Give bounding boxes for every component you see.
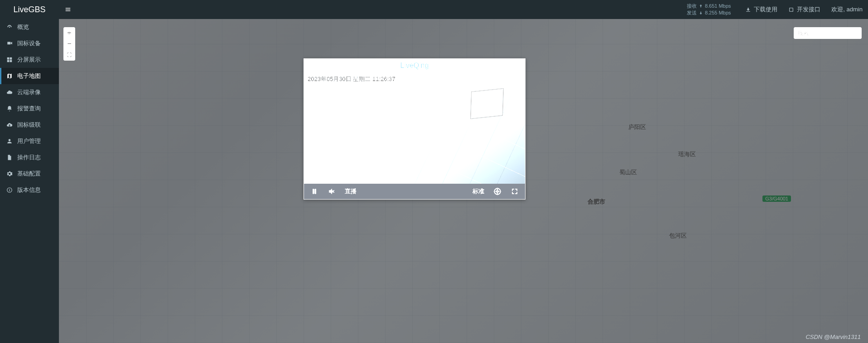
live-label: 直播 xyxy=(345,187,357,195)
video-popup: LiveQing + × 2023年05月30日 星期二 11:26:37 直播… xyxy=(304,58,526,200)
bell-icon xyxy=(6,105,13,112)
file-icon xyxy=(6,154,13,161)
sidebar-item-logs[interactable]: 操作日志 xyxy=(0,149,59,166)
sidebar-item-label: 用户管理 xyxy=(17,137,41,145)
watermark: CSDN @Marvin1311 xyxy=(805,333,861,340)
welcome-label: 欢迎, admin xyxy=(831,5,863,14)
video-controls: 直播 标准 xyxy=(304,184,525,199)
quality-button[interactable]: 标准 xyxy=(473,187,484,195)
fullscreen-map-button[interactable] xyxy=(64,49,75,60)
sidebar-item-label: 云端录像 xyxy=(17,88,41,96)
sidebar-item-split-view[interactable]: 分屏展示 xyxy=(0,52,59,68)
sidebar-item-version[interactable]: 版本信息 xyxy=(0,182,59,198)
mute-button[interactable] xyxy=(328,187,336,195)
user-welcome[interactable]: 欢迎, admin xyxy=(826,5,868,14)
download-icon xyxy=(745,7,751,13)
api-link[interactable]: 开发接口 xyxy=(783,5,826,14)
expand-icon xyxy=(66,52,72,58)
user-icon xyxy=(6,138,13,144)
dashboard-icon xyxy=(6,24,13,30)
send-value: 8.255 Mbps xyxy=(705,10,731,16)
map-label-hefei: 合肥市 xyxy=(588,198,605,206)
map-label-baohe: 包河区 xyxy=(669,232,687,240)
network-stats: 接收 8.651 Mbps 发送 8.255 Mbps xyxy=(687,3,731,17)
download-label: 下载使用 xyxy=(754,5,777,14)
info-icon xyxy=(6,187,13,193)
sidebar-item-users[interactable]: 用户管理 xyxy=(0,133,59,149)
grid-icon xyxy=(6,57,13,63)
map-road-badge: G3/G4001 xyxy=(762,195,791,202)
arrow-down-icon xyxy=(699,11,703,15)
zoom-out-button[interactable]: − xyxy=(64,38,75,49)
sidebar-item-label: 国标级联 xyxy=(17,121,41,129)
fullscreen-icon xyxy=(511,187,519,195)
map-search[interactable] xyxy=(794,27,862,39)
pause-icon xyxy=(310,187,318,195)
ceiling-vent xyxy=(470,88,504,119)
arrow-up-icon xyxy=(699,4,703,8)
aperture-icon xyxy=(493,187,502,195)
api-label: 开发接口 xyxy=(797,5,820,14)
sidebar-item-devices[interactable]: 国标设备 xyxy=(0,35,59,52)
video-frame[interactable]: 2023年05月30日 星期二 11:26:37 xyxy=(304,72,525,184)
recv-label: 接收 xyxy=(687,3,697,10)
cog-icon xyxy=(6,171,13,177)
download-link[interactable]: 下载使用 xyxy=(740,5,783,14)
sidebar-item-config[interactable]: 基础配置 xyxy=(0,166,59,182)
sidebar-item-cloud-record[interactable]: 云端录像 xyxy=(0,84,59,100)
main-content: 庐阳区 瑶海区 蜀山区 合肥市 包河区 G3/G4001 + − LiveQin… xyxy=(59,19,868,343)
cloud-icon xyxy=(6,89,13,95)
header: LiveGBS 接收 8.651 Mbps 发送 8.255 Mbps 下载使用… xyxy=(0,0,868,19)
sidebar-item-map[interactable]: 电子地图 xyxy=(0,68,59,84)
sidebar-item-label: 电子地图 xyxy=(17,72,41,80)
video-add-button[interactable]: + xyxy=(510,62,513,69)
sidebar-item-label: 操作日志 xyxy=(17,153,41,162)
recv-value: 8.651 Mbps xyxy=(705,3,731,10)
map-label-luyang: 庐阳区 xyxy=(628,123,646,131)
map-label-yaohai: 瑶海区 xyxy=(678,150,696,158)
sidebar-item-cascade[interactable]: 国标级联 xyxy=(0,117,59,133)
camera-icon xyxy=(6,40,13,47)
video-timestamp: 2023年05月30日 星期二 11:26:37 xyxy=(308,75,395,83)
snapshot-button[interactable] xyxy=(493,187,502,195)
sidebar: 概览 国标设备 分屏展示 电子地图 云端录像 报警查询 国标级联 用户管理 操作… xyxy=(0,19,59,343)
sidebar-toggle-button[interactable] xyxy=(59,0,77,19)
map-label-shushan: 蜀山区 xyxy=(619,168,637,176)
brand-title: LiveGBS xyxy=(0,5,59,14)
map-zoom-controls: + − xyxy=(63,27,75,61)
video-close-button[interactable]: × xyxy=(518,62,521,69)
sidebar-item-label: 分屏展示 xyxy=(17,56,41,64)
sidebar-item-alarm[interactable]: 报警查询 xyxy=(0,100,59,117)
smoke-detector xyxy=(322,154,332,164)
search-input[interactable] xyxy=(798,30,866,36)
hamburger-icon xyxy=(65,6,71,13)
fullscreen-video-button[interactable] xyxy=(511,187,519,195)
sidebar-item-label: 版本信息 xyxy=(17,186,41,194)
sidebar-item-label: 国标设备 xyxy=(17,39,41,48)
sidebar-item-label: 基础配置 xyxy=(17,170,41,178)
pause-button[interactable] xyxy=(310,187,318,195)
sidebar-item-overview[interactable]: 概览 xyxy=(0,19,59,35)
map-icon xyxy=(6,73,13,79)
volume-mute-icon xyxy=(328,187,336,195)
cloud-upload-icon xyxy=(6,122,13,128)
book-icon xyxy=(788,7,794,13)
video-popup-title: LiveQing xyxy=(400,62,429,70)
sidebar-item-label: 报警查询 xyxy=(17,105,41,113)
video-popup-header[interactable]: LiveQing + × xyxy=(304,59,525,72)
zoom-in-button[interactable]: + xyxy=(64,28,75,38)
send-label: 发送 xyxy=(687,10,697,16)
sidebar-item-label: 概览 xyxy=(17,23,29,31)
